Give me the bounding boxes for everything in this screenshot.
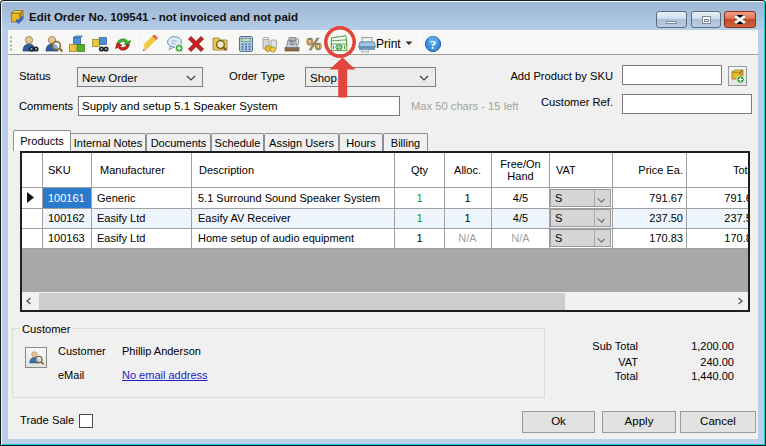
- svg-text:?: ?: [430, 37, 437, 52]
